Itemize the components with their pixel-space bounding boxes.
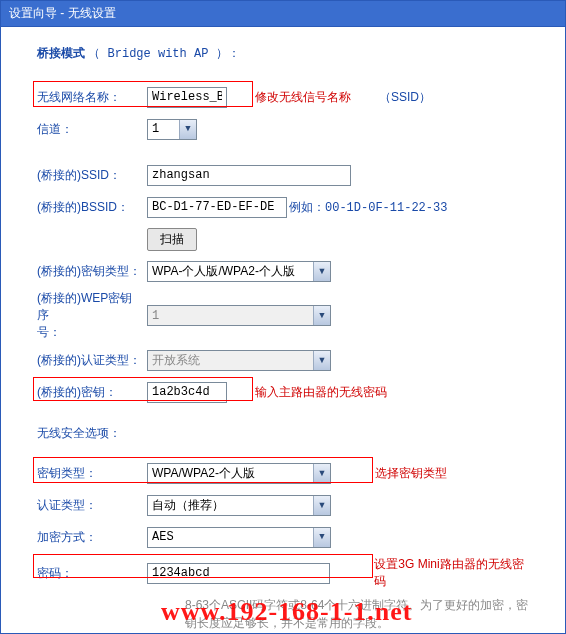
wifi-name-note: 修改无线信号名称 — [255, 89, 351, 106]
bridge-bssid-label: (桥接的)BSSID： — [37, 199, 147, 216]
bridge-auth-label: (桥接的)认证类型： — [37, 352, 147, 369]
chevron-down-icon: ▼ — [313, 464, 330, 483]
chevron-down-icon: ▼ — [313, 262, 330, 281]
channel-label: 信道： — [37, 121, 147, 138]
bridge-mode-en: （ Bridge with AP ）： — [88, 47, 239, 61]
bridge-wep-select: 1 ▼ — [147, 305, 331, 326]
chevron-down-icon: ▼ — [313, 496, 330, 515]
bridge-auth-select: 开放系统 ▼ — [147, 350, 331, 371]
bridge-auth-value: 开放系统 — [152, 352, 200, 369]
bridge-wep-label: (桥接的)WEP密钥序 号： — [37, 290, 147, 341]
auth-select[interactable]: 自动（推荐） ▼ — [147, 495, 331, 516]
window-title: 设置向导 - 无线设置 — [1, 1, 565, 27]
content-area: 桥接模式 （ Bridge with AP ）： 无线网络名称： 修改无线信号名… — [1, 27, 565, 634]
password-input[interactable] — [147, 563, 330, 584]
chevron-down-icon: ▼ — [313, 306, 330, 325]
security-header: 无线安全选项： — [37, 425, 535, 442]
key-type-value: WPA/WPA2-个人版 — [152, 465, 255, 482]
auth-value: 自动（推荐） — [152, 497, 224, 514]
bridge-mode-header: 桥接模式 （ Bridge with AP ）： — [37, 45, 535, 62]
encrypt-value: AES — [152, 530, 174, 544]
password-label: 密码： — [37, 565, 147, 582]
chevron-down-icon: ▼ — [313, 528, 330, 547]
chevron-down-icon: ▼ — [313, 351, 330, 370]
bridge-key-type-select[interactable]: WPA-个人版/WPA2-个人版 ▼ — [147, 261, 331, 282]
key-type-label: 密钥类型： — [37, 465, 147, 482]
bridge-bssid-input[interactable] — [147, 197, 287, 218]
password-note: 设置3G Mini路由器的无线密码 — [374, 556, 535, 590]
bridge-mode-label: 桥接模式 — [37, 46, 88, 60]
bridge-ssid-label: (桥接的)SSID： — [37, 167, 147, 184]
channel-select[interactable]: 1 ▼ — [147, 119, 197, 140]
wizard-window: 设置向导 - 无线设置 桥接模式 （ Bridge with AP ）： 无线网… — [0, 0, 566, 634]
key-type-note: 选择密钥类型 — [375, 465, 447, 482]
bssid-example: 例如：00-1D-0F-11-22-33 — [289, 199, 447, 216]
channel-value: 1 — [152, 122, 159, 136]
encrypt-select[interactable]: AES ▼ — [147, 527, 331, 548]
wifi-name-label: 无线网络名称： — [37, 89, 147, 106]
bridge-wep-value: 1 — [152, 309, 159, 323]
encrypt-label: 加密方式： — [37, 529, 147, 546]
auth-label: 认证类型： — [37, 497, 147, 514]
bridge-key-label: (桥接的)密钥： — [37, 384, 147, 401]
bridge-key-input[interactable] — [147, 382, 227, 403]
bridge-ssid-input[interactable] — [147, 165, 351, 186]
bridge-key-type-value: WPA-个人版/WPA2-个人版 — [152, 263, 295, 280]
scan-button[interactable]: 扫描 — [147, 228, 197, 251]
chevron-down-icon: ▼ — [179, 120, 196, 139]
bridge-key-type-label: (桥接的)密钥类型： — [37, 263, 147, 280]
password-hint: 8-63个ASCII码字符或8-64个十六进制字符。为了更好的加密，密钥长度应足… — [185, 596, 535, 632]
bridge-key-note: 输入主路由器的无线密码 — [255, 384, 387, 401]
wifi-name-input[interactable] — [147, 87, 227, 108]
ssid-tag: （SSID） — [379, 89, 431, 106]
key-type-select[interactable]: WPA/WPA2-个人版 ▼ — [147, 463, 331, 484]
